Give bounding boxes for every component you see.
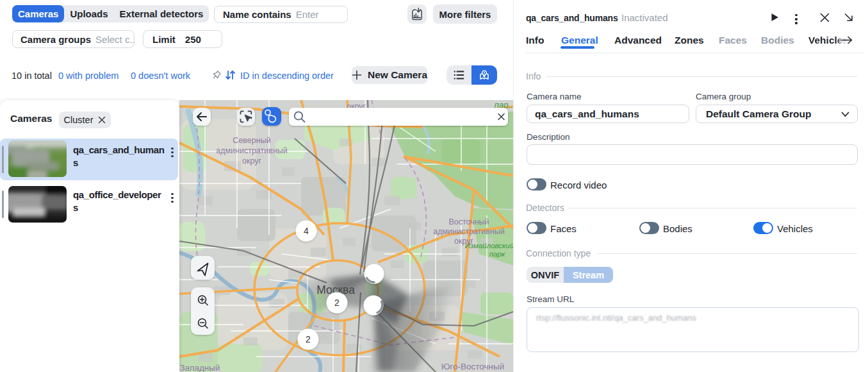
svg-text:Юго-Восточный: Юго-Восточный	[441, 362, 505, 371]
svg-text:административный: административный	[216, 146, 288, 155]
svg-text:Западный: Западный	[179, 363, 220, 372]
svg-text:4: 4	[304, 226, 309, 236]
svg-text:2: 2	[306, 334, 311, 344]
svg-text:округ: округ	[242, 156, 261, 165]
svg-text:административный: административный	[433, 227, 505, 236]
svg-text:Измайловский: Измайловский	[465, 242, 513, 249]
svg-text:Северный: Северный	[233, 136, 270, 145]
svg-text:парк: парк	[489, 250, 505, 258]
svg-text:Восточный: Восточный	[448, 217, 489, 226]
svg-text:2: 2	[334, 298, 340, 308]
